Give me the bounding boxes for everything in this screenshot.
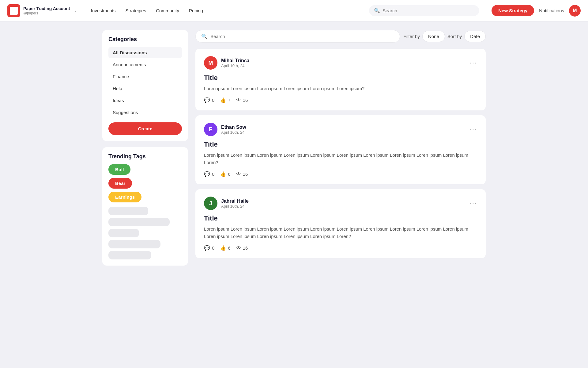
trending-tags-list: Bull Bear Earnings: [108, 164, 182, 259]
post-card-3: J Jahrai Haile April 10th, 24 ··· Title …: [195, 189, 486, 258]
skeleton-tag-1: [108, 207, 148, 215]
sidebar-item-suggestions[interactable]: Suggestions: [108, 107, 182, 118]
comments-count-1: 0: [212, 98, 214, 103]
post-stats-2: 💬 0 👍 6 👁 16: [204, 171, 477, 177]
post-title-3: Title: [204, 214, 477, 222]
views-count-1: 16: [243, 98, 248, 103]
post-stats-3: 💬 0 👍 6 👁 16: [204, 245, 477, 251]
trending-tags-title: Trending Tags: [108, 153, 182, 160]
views-icon-2: 👁: [236, 171, 241, 177]
views-icon-3: 👁: [236, 245, 241, 251]
post-header-2: E Ethan Sow April 10th, 24 ···: [204, 123, 477, 136]
new-strategy-button[interactable]: New Strategy: [492, 5, 534, 16]
post-body-1: Loren ipsum Loren ipsum Loren ipsum Lore…: [204, 85, 477, 92]
sidebar-item-finance[interactable]: Finance: [108, 71, 182, 82]
nav-brand[interactable]: Paper Trading Account @paper1 ⌄: [7, 4, 77, 17]
stat-views-2: 👁 16: [236, 171, 248, 177]
author-info-3: Jahrai Haile April 10th, 24: [221, 198, 249, 209]
post-stats-1: 💬 0 👍 7 👁 16: [204, 97, 477, 103]
post-author-2: E Ethan Sow April 10th, 24: [204, 123, 246, 136]
stat-likes-3: 👍 6: [220, 245, 230, 251]
post-menu-2[interactable]: ···: [470, 125, 477, 133]
sidebar: Categories All Discussions Announcements…: [102, 30, 188, 272]
post-card-2: E Ethan Sow April 10th, 24 ··· Title Lor…: [195, 115, 486, 184]
nav-account-info: Paper Trading Account @paper1: [23, 6, 70, 15]
post-body-2: Loren ipsum Loren ipsum Loren ipsum Lore…: [204, 151, 477, 166]
sidebar-item-help[interactable]: Help: [108, 83, 182, 94]
avatar-3: J: [204, 197, 217, 210]
stat-comments-2: 💬 0: [204, 171, 214, 177]
sidebar-item-announcements[interactable]: Announcements: [108, 59, 182, 70]
sidebar-item-ideas[interactable]: Ideas: [108, 95, 182, 106]
nav-links: Investments Strategies Community Pricing: [87, 6, 207, 16]
likes-count-3: 6: [228, 245, 230, 251]
nav-search-input[interactable]: [383, 8, 474, 13]
category-list: All Discussions Announcements Finance He…: [108, 47, 182, 118]
post-title-1: Title: [204, 74, 477, 82]
main-content: 🔍 Filter by None Sort by Date M Mihai Tr…: [195, 30, 486, 272]
comments-count-2: 0: [212, 171, 214, 177]
sidebar-item-all-discussions[interactable]: All Discussions: [108, 47, 182, 58]
trending-tags-section: Trending Tags Bull Bear Earnings: [102, 147, 188, 266]
skeleton-tag-2: [108, 218, 170, 226]
create-button[interactable]: Create: [108, 122, 182, 135]
author-info-1: Mihai Trinca April 10th, 24: [221, 58, 249, 68]
tag-bull[interactable]: Bull: [108, 164, 130, 175]
comments-icon-1: 💬: [204, 97, 210, 103]
views-icon-1: 👁: [236, 98, 241, 103]
likes-icon-1: 👍: [220, 97, 226, 103]
nav-account-name: Paper Trading Account: [23, 6, 70, 11]
stat-likes-1: 👍 7: [220, 97, 230, 103]
nav-actions: New Strategy Notifications M: [492, 5, 581, 17]
search-icon: 🔍: [201, 33, 207, 39]
post-title-2: Title: [204, 140, 477, 148]
author-name-2: Ethan Sow: [221, 125, 246, 130]
nav-logo-icon: [10, 7, 18, 15]
categories-section: Categories All Discussions Announcements…: [102, 30, 188, 141]
comments-count-3: 0: [212, 245, 214, 251]
post-card-1: M Mihai Trinca April 10th, 24 ··· Title …: [195, 49, 486, 110]
author-date-2: April 10th, 24: [221, 130, 246, 135]
author-name-3: Jahrai Haile: [221, 198, 249, 204]
views-count-3: 16: [243, 245, 248, 251]
avatar[interactable]: M: [569, 5, 581, 17]
filter-none-button[interactable]: None: [422, 31, 445, 42]
comments-icon-2: 💬: [204, 171, 210, 177]
post-menu-1[interactable]: ···: [470, 59, 477, 67]
categories-title: Categories: [108, 36, 182, 43]
page-layout: Categories All Discussions Announcements…: [95, 30, 493, 272]
nav-link-community[interactable]: Community: [152, 6, 183, 16]
nav-account-handle: @paper1: [23, 11, 70, 15]
nav-logo: [7, 4, 20, 17]
filter-group: Filter by None Sort by Date: [404, 31, 486, 42]
post-menu-3[interactable]: ···: [470, 199, 477, 207]
views-count-2: 16: [243, 171, 248, 177]
stat-comments-3: 💬 0: [204, 245, 214, 251]
chevron-down-icon: ⌄: [74, 9, 77, 13]
tag-earnings[interactable]: Earnings: [108, 192, 141, 202]
nav-search-container: 🔍: [369, 5, 479, 16]
author-name-1: Mihai Trinca: [221, 58, 249, 63]
notifications-link[interactable]: Notifications: [539, 8, 564, 13]
post-header-1: M Mihai Trinca April 10th, 24 ···: [204, 56, 477, 70]
search-input[interactable]: [210, 34, 394, 39]
avatar-1: M: [204, 56, 217, 70]
author-date-3: April 10th, 24: [221, 204, 249, 209]
tag-bear[interactable]: Bear: [108, 178, 132, 189]
sort-date-button[interactable]: Date: [464, 31, 486, 42]
navbar: Paper Trading Account @paper1 ⌄ Investme…: [0, 0, 588, 21]
post-header-3: J Jahrai Haile April 10th, 24 ···: [204, 197, 477, 210]
stat-views-3: 👁 16: [236, 245, 248, 251]
stat-likes-2: 👍 6: [220, 171, 230, 177]
skeleton-tag-4: [108, 240, 160, 248]
skeleton-tag-3: [108, 229, 139, 237]
nav-link-investments[interactable]: Investments: [87, 6, 120, 16]
stat-comments-1: 💬 0: [204, 97, 214, 103]
search-box: 🔍: [195, 30, 400, 43]
skeleton-tag-5: [108, 251, 151, 259]
likes-count-2: 6: [228, 171, 230, 177]
post-author-3: J Jahrai Haile April 10th, 24: [204, 197, 249, 210]
nav-link-strategies[interactable]: Strategies: [121, 6, 151, 16]
post-author-1: M Mihai Trinca April 10th, 24: [204, 56, 249, 70]
nav-link-pricing[interactable]: Pricing: [185, 6, 207, 16]
